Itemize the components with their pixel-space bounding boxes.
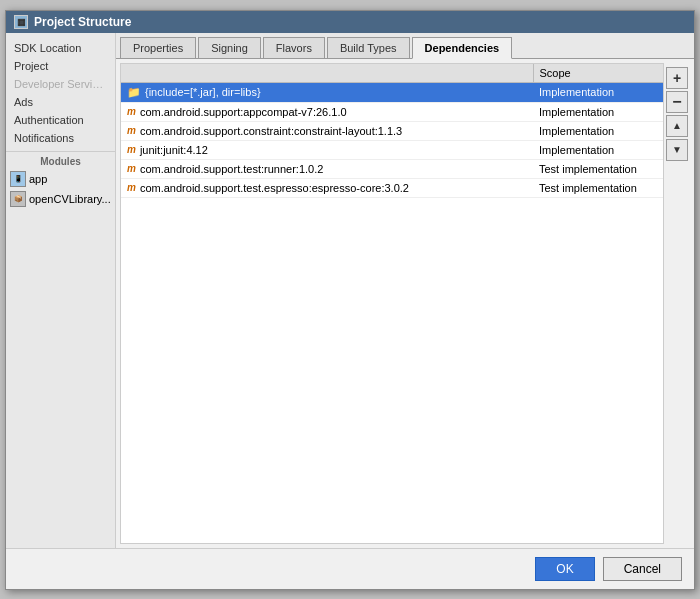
dep-scope: Test implementation: [533, 178, 663, 197]
table-area: Scope 📁{include=[*.jar], dir=libs}Implem…: [120, 63, 690, 544]
move-up-button[interactable]: ▲: [666, 115, 688, 137]
dep-scope: Implementation: [533, 121, 663, 140]
tab-dependencies[interactable]: Dependencies: [412, 37, 513, 59]
sidebar-module-opencv[interactable]: 📦 openCVLibrary...: [6, 189, 115, 209]
maven-icon: m: [127, 125, 136, 136]
dep-scope: Implementation: [533, 102, 663, 121]
tab-signing[interactable]: Signing: [198, 37, 261, 58]
sidebar-item-developer-services: Developer Services: [6, 75, 115, 93]
deps-table: Scope 📁{include=[*.jar], dir=libs}Implem…: [121, 64, 663, 198]
remove-dep-button[interactable]: −: [666, 91, 688, 113]
table-row[interactable]: mjunit:junit:4.12Implementation: [121, 140, 663, 159]
col-header-scope: Scope: [533, 64, 663, 83]
module-opencv-label: openCVLibrary...: [29, 193, 111, 205]
sidebar-item-sdk-location[interactable]: SDK Location: [6, 39, 115, 57]
add-dep-button[interactable]: +: [666, 67, 688, 89]
dialog-icon: ▦: [14, 15, 28, 29]
sidebar-item-ads[interactable]: Ads: [6, 93, 115, 111]
table-row[interactable]: 📁{include=[*.jar], dir=libs}Implementati…: [121, 82, 663, 102]
modules-section-header: Modules: [6, 151, 115, 169]
dep-name: com.android.support:appcompat-v7:26.1.0: [140, 106, 347, 118]
table-row[interactable]: mcom.android.support.test.espresso:espre…: [121, 178, 663, 197]
sidebar-item-project[interactable]: Project: [6, 57, 115, 75]
dep-name: junit:junit:4.12: [140, 144, 208, 156]
tab-properties[interactable]: Properties: [120, 37, 196, 58]
maven-icon: m: [127, 144, 136, 155]
opencv-module-icon: 📦: [10, 191, 26, 207]
cancel-button[interactable]: Cancel: [603, 557, 682, 581]
sidebar: SDK Location Project Developer Services …: [6, 33, 116, 548]
sidebar-module-app[interactable]: 📱 app: [6, 169, 115, 189]
ok-button[interactable]: OK: [535, 557, 594, 581]
dialog-title: Project Structure: [34, 15, 131, 29]
sidebar-item-authentication[interactable]: Authentication: [6, 111, 115, 129]
move-down-button[interactable]: ▼: [666, 139, 688, 161]
sidebar-item-notifications[interactable]: Notifications: [6, 129, 115, 147]
col-header-name: [121, 64, 533, 83]
title-bar: ▦ Project Structure: [6, 11, 694, 33]
folder-icon: 📁: [127, 86, 141, 99]
side-buttons: + − ▲ ▼: [664, 63, 690, 544]
module-app-label: app: [29, 173, 47, 185]
dep-scope: Implementation: [533, 82, 663, 102]
tab-build-types[interactable]: Build Types: [327, 37, 410, 58]
content-area: Scope 📁{include=[*.jar], dir=libs}Implem…: [116, 59, 694, 548]
project-structure-dialog: ▦ Project Structure SDK Location Project…: [5, 10, 695, 590]
dialog-body: SDK Location Project Developer Services …: [6, 33, 694, 548]
maven-icon: m: [127, 182, 136, 193]
dep-name: com.android.support.constraint:constrain…: [140, 125, 402, 137]
tabs-bar: Properties Signing Flavors Build Types D…: [116, 33, 694, 59]
deps-table-wrapper: Scope 📁{include=[*.jar], dir=libs}Implem…: [120, 63, 664, 544]
dep-name: {include=[*.jar], dir=libs}: [145, 86, 261, 98]
table-row[interactable]: mcom.android.support.constraint:constrai…: [121, 121, 663, 140]
dialog-footer: OK Cancel: [6, 548, 694, 589]
dep-name: com.android.support.test.espresso:espres…: [140, 182, 409, 194]
table-row[interactable]: mcom.android.support.test:runner:1.0.2Te…: [121, 159, 663, 178]
maven-icon: m: [127, 106, 136, 117]
app-module-icon: 📱: [10, 171, 26, 187]
dep-scope: Implementation: [533, 140, 663, 159]
dep-scope: Test implementation: [533, 159, 663, 178]
main-content: Properties Signing Flavors Build Types D…: [116, 33, 694, 548]
dep-name: com.android.support.test:runner:1.0.2: [140, 163, 323, 175]
tab-flavors[interactable]: Flavors: [263, 37, 325, 58]
maven-icon: m: [127, 163, 136, 174]
table-row[interactable]: mcom.android.support:appcompat-v7:26.1.0…: [121, 102, 663, 121]
